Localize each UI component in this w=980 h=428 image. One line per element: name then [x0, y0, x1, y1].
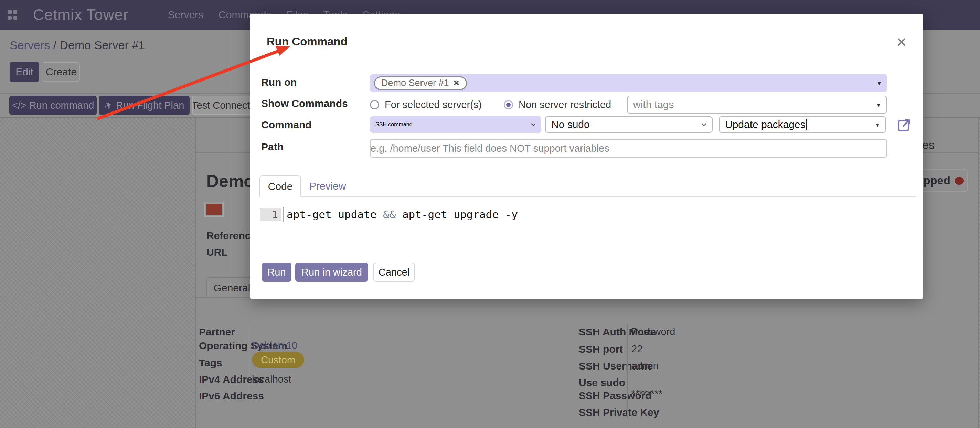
- breadcrumb: Servers / Demo Server #1: [10, 38, 145, 52]
- breadcrumb-servers-link[interactable]: Servers: [10, 38, 50, 52]
- status-stopped-dot-icon: [955, 177, 964, 185]
- modal-header-divider: [250, 65, 923, 65]
- radio-non-server-restricted-label[interactable]: Non server restricted: [519, 99, 611, 110]
- run-on-field[interactable]: Demo Server #1 ✕ ▾: [370, 74, 887, 92]
- breadcrumb-separator: /: [50, 38, 59, 52]
- tags-label: Tags: [199, 357, 222, 369]
- command-type-value: SSH command: [375, 121, 412, 128]
- with-tags-placeholder: with tags: [633, 99, 674, 110]
- breadcrumb-current: Demo Server #1: [59, 38, 145, 52]
- color-swatch-fill: [207, 204, 221, 215]
- external-link-icon[interactable]: [896, 118, 911, 133]
- radio-for-selected-servers[interactable]: [370, 100, 379, 110]
- tab-preview[interactable]: Preview: [309, 180, 346, 192]
- radio-non-server-restricted[interactable]: [504, 100, 513, 110]
- modal-footer-divider: [250, 253, 923, 253]
- tabs-border: [259, 196, 916, 197]
- radio-for-selected-servers-label[interactable]: For selected server(s): [385, 99, 482, 110]
- show-commands-label: Show Commands: [261, 98, 348, 110]
- left-column-divider: [248, 324, 248, 402]
- notebook-border: [195, 297, 252, 298]
- tab-general[interactable]: General: [207, 277, 258, 298]
- ssh-password-value: ********: [632, 388, 662, 399]
- right-column-divider: [627, 324, 628, 419]
- code-text: apt-get update: [286, 208, 383, 221]
- code-cursor: [283, 207, 283, 221]
- text-cursor: [806, 119, 807, 130]
- cancel-button[interactable]: Cancel: [373, 263, 415, 282]
- show-commands-radios: For selected server(s) Non server restri…: [370, 95, 611, 113]
- url-label: URL: [207, 247, 228, 258]
- tag-custom-badge[interactable]: Custom: [252, 352, 304, 368]
- menu-servers[interactable]: Servers: [167, 8, 204, 22]
- use-sudo-label: Use sudo: [579, 377, 625, 388]
- create-button[interactable]: Create: [43, 62, 80, 82]
- run-in-wizard-button[interactable]: Run in wizard: [295, 263, 368, 282]
- ssh-private-key-label: SSH Private Key: [579, 407, 659, 418]
- reference-label: Reference: [207, 230, 256, 242]
- ssh-auth-mode-value: Password: [632, 326, 675, 337]
- path-placeholder: e.g. /home/user This field does NOT supp…: [371, 143, 609, 154]
- run-flight-plan-button[interactable]: ✈Run Flight Plan: [99, 95, 189, 115]
- caret-down-icon[interactable]: ▾: [877, 101, 880, 109]
- with-tags-select[interactable]: with tags ▾: [627, 95, 887, 113]
- tag-remove-icon[interactable]: ✕: [453, 78, 460, 88]
- ssh-port-label: SSH port: [579, 344, 623, 355]
- button-box-text-fragment: es: [922, 138, 935, 152]
- run-on-label: Run on: [261, 76, 297, 88]
- code-icon: </>: [12, 100, 27, 111]
- app-brand: Cetmix Tower: [33, 6, 129, 23]
- ssh-port-value: 22: [632, 344, 643, 355]
- tab-code[interactable]: Code: [259, 175, 301, 197]
- server-color-swatch[interactable]: [204, 202, 224, 217]
- sudo-select[interactable]: No sudo ›: [545, 116, 713, 133]
- code-operator: &&: [383, 208, 396, 221]
- run-command-button[interactable]: </>Run command: [9, 95, 97, 115]
- caret-down-icon[interactable]: ▾: [877, 79, 881, 87]
- run-button[interactable]: Run: [262, 263, 291, 282]
- ssh-username-value: admin: [632, 360, 659, 372]
- tags-value[interactable]: Custom: [252, 354, 304, 366]
- plane-icon: ✈: [102, 98, 115, 112]
- ipv4-value: localhost: [252, 374, 291, 385]
- modal-title: Run Command: [267, 35, 348, 48]
- os-value[interactable]: Debian 10: [252, 340, 297, 351]
- code-text: apt-get upgrade -y: [396, 208, 518, 221]
- chevron-down-icon[interactable]: ›: [528, 123, 540, 126]
- chevron-down-icon[interactable]: ›: [699, 123, 711, 126]
- command-name-value: Update packages: [725, 119, 805, 130]
- path-label: Path: [261, 141, 283, 153]
- apps-grid-icon[interactable]: [8, 10, 17, 20]
- ipv6-label: IPv6 Address: [199, 390, 264, 402]
- command-name-combobox[interactable]: Update packages ▾: [719, 116, 886, 133]
- caret-down-icon[interactable]: ▾: [876, 121, 879, 129]
- run-command-modal: Run Command ✕ Run on Demo Server #1 ✕ ▾ …: [250, 14, 923, 299]
- path-input[interactable]: e.g. /home/user This field does NOT supp…: [370, 139, 887, 158]
- edit-button[interactable]: Edit: [10, 62, 39, 82]
- code-editor-line[interactable]: apt-get update && apt-get upgrade -y: [286, 208, 518, 221]
- command-type-select[interactable]: SSH command ›: [370, 116, 541, 133]
- partner-label: Partner: [199, 326, 235, 338]
- sudo-value: No sudo: [551, 119, 590, 130]
- server-tag-label: Demo Server #1: [381, 78, 449, 88]
- close-icon[interactable]: ✕: [893, 34, 910, 51]
- command-label: Command: [261, 119, 312, 131]
- code-line-number: 1: [260, 208, 281, 221]
- server-tag-chip[interactable]: Demo Server #1 ✕: [374, 76, 467, 90]
